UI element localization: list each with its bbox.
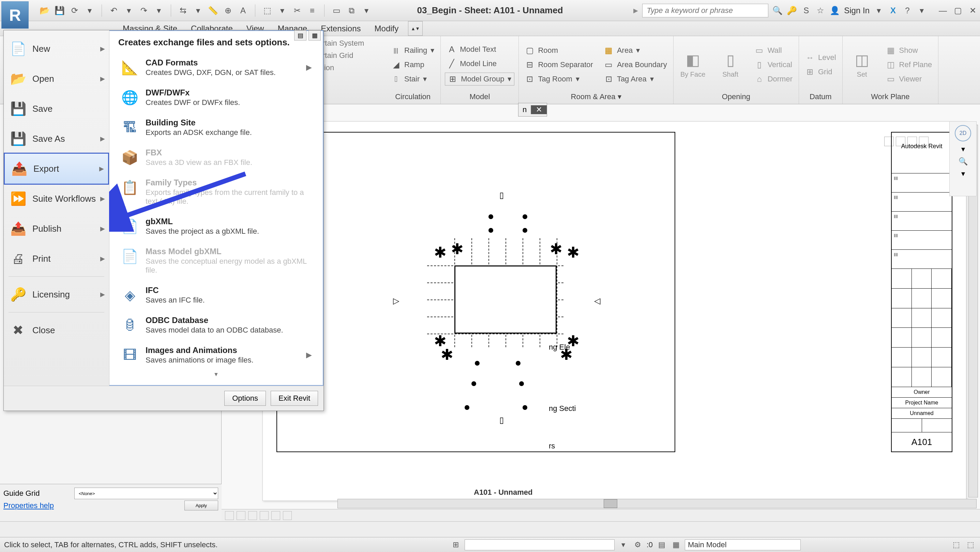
appmenu-open[interactable]: 📂Open▶: [4, 64, 109, 94]
design-option-select[interactable]: Main Model: [685, 539, 801, 550]
nav-dropdown-icon[interactable]: ▾: [961, 145, 965, 154]
dropdown-icon[interactable]: ▾: [154, 5, 164, 16]
export-dwf-dwfx[interactable]: 🌐DWF/DWFxCreates DWF or DWFx files.: [118, 82, 314, 113]
star-icon[interactable]: ☆: [815, 5, 826, 16]
dropdown-icon[interactable]: ▾: [84, 5, 95, 16]
sync-icon[interactable]: ⚙: [632, 539, 643, 550]
select-links-icon[interactable]: ⬚: [951, 539, 962, 550]
view-scale-icon[interactable]: [225, 511, 234, 520]
export-cad-formats[interactable]: 📐CAD FormatsCreates DWG, DXF, DGN, or SA…: [118, 52, 314, 82]
sheet-canvas[interactable]: ✱ ✱ ✱ ✱ ✱ ✱ ✱ ✱: [262, 121, 966, 501]
model-text-button[interactable]: AModel Text: [445, 44, 514, 55]
appmenu-suite-workflows[interactable]: ⏩Suite Workflows▶: [4, 184, 109, 214]
grid-button[interactable]: ⊞Grid: [803, 67, 838, 77]
binoculars-icon[interactable]: 🔍: [772, 5, 783, 16]
view-detail-icon[interactable]: [237, 511, 245, 520]
tab-modify[interactable]: Modify: [368, 21, 406, 36]
appmenu-licensing[interactable]: 🔑Licensing▶: [4, 279, 109, 309]
dropdown-icon[interactable]: ▾: [193, 5, 203, 16]
open-icon[interactable]: 📂: [40, 5, 50, 16]
export-odbc-database[interactable]: 🛢ODBC DatabaseSaves model data to an ODB…: [118, 310, 314, 340]
dropdown-icon[interactable]: ▾: [873, 5, 884, 16]
appmenu-save-as[interactable]: 💾Save As▶: [4, 124, 109, 154]
export-images-and-animations[interactable]: 🎞Images and AnimationsSaves animations o…: [118, 340, 314, 370]
drawing-viewport[interactable]: ✱ ✱ ✱ ✱ ✱ ✱ ✱ ✱: [277, 132, 675, 452]
close-views-icon[interactable]: ▭: [331, 5, 342, 16]
by-face-button[interactable]: ◧By Face: [678, 38, 708, 91]
tag-area-button[interactable]: ⊡Tag Area ▾: [602, 74, 669, 84]
select-pinned-icon[interactable]: ⬚: [965, 539, 976, 550]
appmenu-export[interactable]: 📤Export▶: [4, 153, 109, 185]
properties-help-link[interactable]: Properties help: [3, 501, 54, 510]
text-icon[interactable]: A: [238, 5, 248, 16]
dropdown-icon[interactable]: ▾: [361, 5, 372, 16]
appmenu-scroll-down[interactable]: ▼: [118, 370, 314, 379]
ribbon-expander[interactable]: ▴ ▾: [408, 21, 422, 36]
nav-wheel-icon[interactable]: 2D: [955, 125, 971, 141]
view-style-icon[interactable]: [248, 511, 257, 520]
model-group-button[interactable]: ⊞Model Group ▾: [445, 73, 514, 86]
export-ifc[interactable]: ◈IFCSaves an IFC file.: [118, 280, 314, 310]
ramp-button[interactable]: ◢Ramp: [389, 59, 436, 70]
dropdown-icon[interactable]: ▾: [124, 5, 134, 16]
measure-icon[interactable]: 📏: [208, 5, 218, 16]
chevron-right-icon[interactable]: ▶: [633, 7, 638, 14]
dormer-button[interactable]: ⌂Dormer: [752, 74, 795, 84]
appmenu-close[interactable]: ✖Close: [4, 315, 109, 345]
user-icon[interactable]: 👤: [830, 5, 840, 16]
tag-room-button[interactable]: ⊡Tag Room ▾: [523, 74, 595, 84]
signin-button[interactable]: Sign In: [844, 6, 870, 15]
recent-docs-icon[interactable]: ▤: [294, 30, 307, 41]
maximize-icon[interactable]: ▢: [953, 5, 963, 16]
export-gbxml[interactable]: 📄gbXMLSaves the project as a gbXML file.: [118, 211, 314, 241]
nav-dropdown-icon[interactable]: ▾: [961, 169, 965, 178]
save-icon[interactable]: 💾: [54, 5, 65, 16]
appmenu-publish[interactable]: 📤Publish▶: [4, 214, 109, 244]
align-icon[interactable]: ⇆: [178, 5, 188, 16]
vertical-opening-button[interactable]: ▯Vertical: [752, 59, 795, 70]
design-options-icon[interactable]: ▦: [670, 539, 681, 550]
view-sun-icon[interactable]: [260, 511, 269, 520]
show-button[interactable]: ▦Show: [884, 45, 934, 56]
view-crop-icon[interactable]: [283, 511, 292, 520]
room-sep-button[interactable]: ⊟Room Separator: [523, 59, 595, 70]
editable-only-icon[interactable]: ▾: [618, 539, 629, 550]
level-button[interactable]: ↔Level: [803, 52, 838, 63]
room-button[interactable]: ▢Room: [523, 45, 595, 56]
view3d-icon[interactable]: ⬚: [262, 5, 272, 16]
model-line-button[interactable]: ╱Model Line: [445, 58, 514, 69]
dropdown-icon[interactable]: ▾: [916, 5, 927, 16]
export-building-site[interactable]: 🏗Building SiteExports an ADSK exchange f…: [118, 113, 314, 143]
undo-icon[interactable]: ↶: [109, 5, 119, 16]
panel-room-area[interactable]: Room & Area ▾: [523, 91, 669, 103]
viewer-button[interactable]: ▭Viewer: [884, 74, 934, 84]
set-workplane-button[interactable]: ◫Set: [847, 38, 877, 91]
exit-revit-button[interactable]: Exit Revit: [270, 391, 318, 406]
section-icon[interactable]: ✂: [292, 5, 302, 16]
shaft-button[interactable]: ▯Shaft: [715, 38, 746, 91]
open-docs-icon[interactable]: ▦: [309, 30, 321, 41]
revit-app-button[interactable]: R: [2, 2, 29, 29]
key-icon[interactable]: 🔑: [787, 5, 797, 16]
guide-grid-select[interactable]: <None>: [74, 488, 218, 499]
filter-icon[interactable]: ▤: [656, 539, 667, 550]
options-button[interactable]: Options: [224, 391, 266, 406]
area-boundary-button[interactable]: ▭Area Boundary: [602, 59, 669, 70]
navigation-bar[interactable]: 2D ▾ 🔍 ▾: [949, 121, 977, 196]
view-tab[interactable]: n ✕: [518, 103, 547, 117]
appmenu-new[interactable]: 📄New▶: [4, 34, 109, 64]
horizontal-scrollbar[interactable]: [337, 499, 977, 508]
stair-button[interactable]: 𓊍Stair ▾: [389, 74, 436, 84]
redo-icon[interactable]: ↷: [139, 5, 149, 16]
exchange-icon[interactable]: X: [888, 5, 898, 16]
close-view-icon[interactable]: ✕: [531, 105, 547, 114]
close-icon[interactable]: ✕: [968, 5, 978, 16]
appmenu-save[interactable]: 💾Save: [4, 94, 109, 124]
switch-windows-icon[interactable]: ⧉: [346, 5, 356, 16]
browser-node[interactable]: A101 - Unnamed: [460, 487, 533, 498]
view-shadow-icon[interactable]: [271, 511, 280, 520]
area-button[interactable]: ▦Area ▾: [602, 45, 669, 56]
sync-icon[interactable]: ⟳: [70, 5, 80, 16]
thin-lines-icon[interactable]: ≡: [307, 5, 317, 16]
zoom-icon[interactable]: 🔍: [959, 157, 968, 166]
